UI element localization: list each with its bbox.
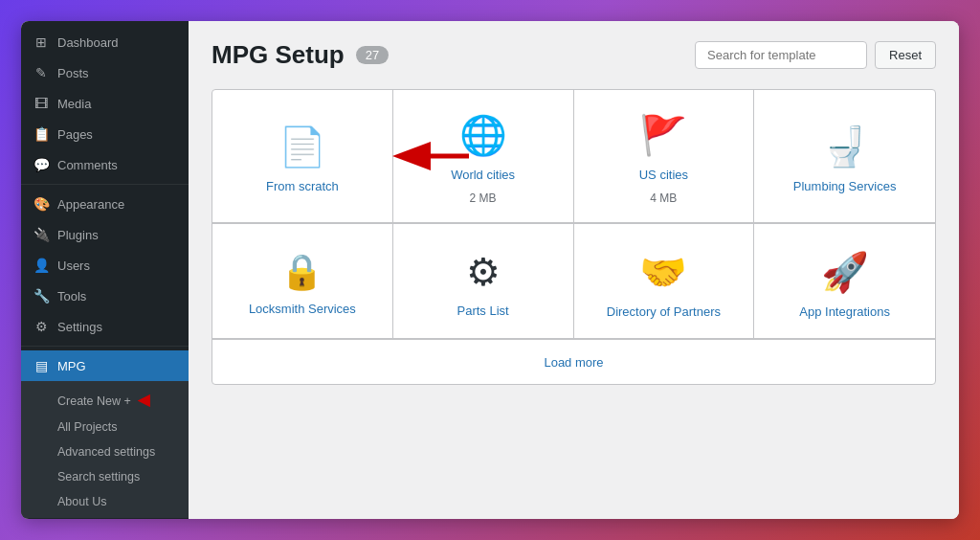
mpg-submenu: Create New + ◀ All Projects Advanced set… [21, 381, 189, 518]
sidebar-submenu-all-projects[interactable]: All Projects [21, 415, 189, 439]
template-grid-wrapper: 📄 From scratch 🌐 World cities [212, 89, 936, 385]
sidebar-item-tools[interactable]: 🔧 Tools [21, 281, 189, 311]
sidebar-item-mpg[interactable]: ▤ MPG [21, 350, 189, 381]
appearance-icon: 🎨 [33, 196, 50, 212]
template-cell-locksmith-services[interactable]: 🔒 Locksmith Services [212, 224, 393, 339]
reset-button[interactable]: Reset [875, 41, 936, 69]
sidebar-item-users[interactable]: 👤 Users [21, 250, 189, 281]
mpg-icon: ▤ [33, 358, 50, 373]
template-grid-row2: 🔒 Locksmith Services ⚙ Parts List 🤝 Dire… [212, 224, 935, 340]
sidebar-item-settings[interactable]: ⚙ Settings [21, 311, 189, 342]
sidebar-item-appearance[interactable]: 🎨 Appearance [21, 189, 189, 219]
divider-1 [21, 184, 189, 185]
page-header: MPG Setup 27 Reset [212, 40, 936, 70]
sidebar-item-posts[interactable]: ✎ Posts [21, 57, 189, 88]
sidebar-item-plugins[interactable]: 🔌 Plugins [21, 219, 189, 250]
us-cities-icon: 🚩 [639, 113, 687, 158]
template-cell-parts-list[interactable]: ⚙ Parts List [393, 224, 574, 339]
directory-of-partners-icon: 🤝 [639, 250, 687, 295]
search-template-input[interactable] [695, 41, 867, 69]
template-grid-row1: 📄 From scratch 🌐 World cities [212, 90, 935, 224]
plugins-icon: 🔌 [33, 227, 50, 242]
load-more-row: Load more [212, 340, 935, 384]
app-integrations-icon: 🚀 [821, 250, 869, 295]
comments-icon: 💬 [33, 157, 50, 172]
sidebar-item-dashboard[interactable]: ⊞ Dashboard [21, 27, 189, 57]
sidebar-submenu-about-us[interactable]: About Us [21, 489, 189, 514]
template-count-badge: 27 [356, 46, 389, 64]
sidebar-submenu-search-settings[interactable]: Search settings [21, 464, 189, 489]
from-scratch-icon: 📄 [278, 124, 326, 169]
tools-icon: 🔧 [33, 288, 50, 304]
posts-icon: ✎ [33, 65, 50, 80]
users-icon: 👤 [33, 258, 50, 273]
sidebar-submenu-create-new[interactable]: Create New + ◀ [21, 385, 189, 415]
template-cell-us-cities[interactable]: 🚩 US cities 4 MB [574, 90, 755, 223]
page-title-area: MPG Setup 27 [212, 40, 389, 70]
template-cell-directory-of-partners[interactable]: 🤝 Directory of Partners [574, 224, 755, 339]
media-icon: 🎞 [33, 96, 50, 111]
main-content: MPG Setup 27 Reset 📄 From scratch [189, 21, 959, 519]
sidebar-item-media[interactable]: 🎞 Media [21, 88, 189, 119]
plumbing-services-icon: 🚽 [821, 124, 869, 169]
sidebar: ⊞ Dashboard ✎ Posts 🎞 Media 📋 Pages 💬 Co… [21, 21, 189, 519]
parts-list-icon: ⚙ [466, 250, 501, 294]
template-cell-plumbing-services[interactable]: 🚽 Plumbing Services [754, 90, 935, 223]
sidebar-submenu-advanced-settings[interactable]: Advanced settings [21, 439, 189, 464]
template-cell-world-cities[interactable]: 🌐 World cities 2 MB [393, 90, 574, 223]
page-title: MPG Setup [212, 40, 345, 70]
settings-icon: ⚙ [33, 319, 50, 334]
pages-icon: 📋 [33, 126, 50, 142]
world-cities-icon: 🌐 [459, 113, 507, 158]
sidebar-item-comments[interactable]: 💬 Comments [21, 149, 189, 180]
template-cell-from-scratch[interactable]: 📄 From scratch [212, 90, 393, 223]
sidebar-item-pages[interactable]: 📋 Pages [21, 119, 189, 149]
locksmith-services-icon: 🔒 [280, 252, 323, 292]
dashboard-icon: ⊞ [33, 34, 50, 50]
divider-2 [21, 346, 189, 347]
search-area: Reset [695, 41, 936, 69]
load-more-button[interactable]: Load more [544, 355, 603, 370]
template-cell-app-integrations[interactable]: 🚀 App Integrations [754, 224, 935, 339]
